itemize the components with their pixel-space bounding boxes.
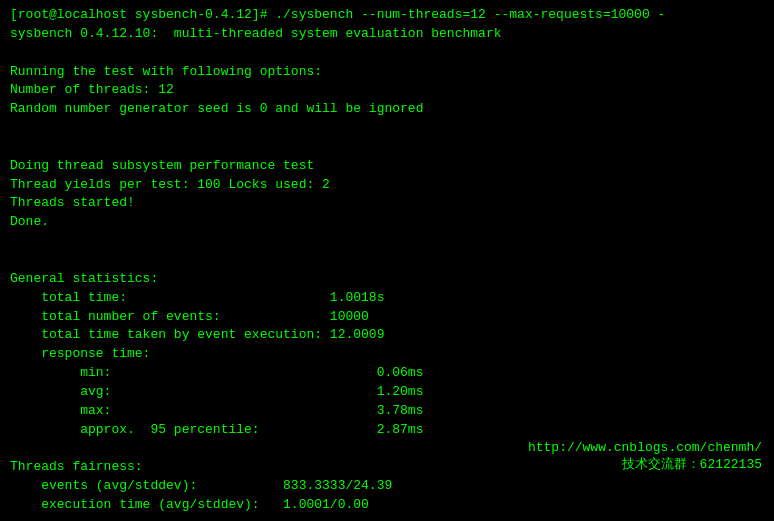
terminal-line: Running the test with following options:: [10, 63, 764, 82]
terminal-line: sysbench 0.4.12.10: multi-threaded syste…: [10, 25, 764, 44]
terminal-line: min: 0.06ms: [10, 364, 764, 383]
terminal-window: [root@localhost sysbench-0.4.12]# ./sysb…: [0, 0, 774, 521]
terminal-line: Random number generator seed is 0 and wi…: [10, 100, 764, 119]
terminal-line: response time:: [10, 345, 764, 364]
terminal-line: total time taken by event execution: 12.…: [10, 326, 764, 345]
terminal-line: approx. 95 percentile: 2.87ms: [10, 421, 764, 440]
terminal-line: total time: 1.0018s: [10, 289, 764, 308]
terminal-line: events (avg/stddev): 833.3333/24.39: [10, 477, 764, 496]
watermark: http://www.cnblogs.com/chenmh/ 技术交流群：621…: [528, 440, 762, 473]
terminal-output: [root@localhost sysbench-0.4.12]# ./sysb…: [10, 6, 764, 515]
terminal-line: execution time (avg/stddev): 1.0001/0.00: [10, 496, 764, 515]
terminal-line: General statistics:: [10, 270, 764, 289]
terminal-line: avg: 1.20ms: [10, 383, 764, 402]
terminal-line: Threads started!: [10, 194, 764, 213]
terminal-line: total number of events: 10000: [10, 308, 764, 327]
watermark-group: 技术交流群：62122135: [528, 455, 762, 473]
terminal-line: Doing thread subsystem performance test: [10, 157, 764, 176]
terminal-line: Done.: [10, 213, 764, 232]
terminal-line: Thread yields per test: 100 Locks used: …: [10, 176, 764, 195]
terminal-line: [root@localhost sysbench-0.4.12]# ./sysb…: [10, 6, 764, 25]
terminal-line: max: 3.78ms: [10, 402, 764, 421]
watermark-url: http://www.cnblogs.com/chenmh/: [528, 440, 762, 455]
terminal-line: Number of threads: 12: [10, 81, 764, 100]
